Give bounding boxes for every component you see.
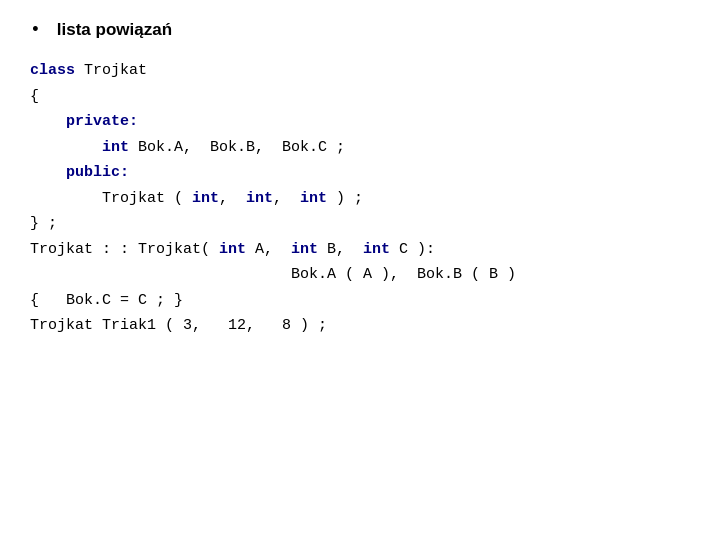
bullet-symbol: •: [30, 20, 41, 40]
code-line-7: Trojkat : : Trojkat( int A, int B, int C…: [30, 237, 690, 263]
keyword-private: private:: [66, 113, 138, 130]
keyword-int-6: int: [291, 241, 318, 258]
code-line-9: { Bok.C = C ; }: [30, 288, 690, 314]
code-line-private: private:: [30, 109, 690, 135]
keyword-class: class: [30, 62, 75, 79]
keyword-int-3: int: [246, 190, 273, 207]
class-name: Trojkat: [75, 62, 147, 79]
code-line-public: public:: [30, 160, 690, 186]
bullet-label: lista powiązań: [57, 20, 172, 40]
keyword-int-4: int: [300, 190, 327, 207]
code-block: class Trojkat { private: int Bok.A, Bok.…: [30, 58, 690, 339]
keyword-int-2: int: [192, 190, 219, 207]
code-line-5: Trojkat ( int, int, int ) ;: [30, 186, 690, 212]
keyword-int-7: int: [363, 241, 390, 258]
keyword-public: public:: [66, 164, 129, 181]
code-line-1: class Trojkat: [30, 58, 690, 84]
code-line-2: {: [30, 84, 690, 110]
code-line-6: } ;: [30, 211, 690, 237]
code-line-8: Bok.A ( A ), Bok.B ( B ): [30, 262, 690, 288]
code-line-3: int Bok.A, Bok.B, Bok.C ;: [30, 135, 690, 161]
bullet-line: • lista powiązań: [30, 20, 690, 40]
page-container: • lista powiązań class Trojkat { private…: [0, 0, 720, 540]
keyword-int-1: int: [102, 139, 129, 156]
code-line-10: Trojkat Triak1 ( 3, 12, 8 ) ;: [30, 313, 690, 339]
keyword-int-5: int: [219, 241, 246, 258]
